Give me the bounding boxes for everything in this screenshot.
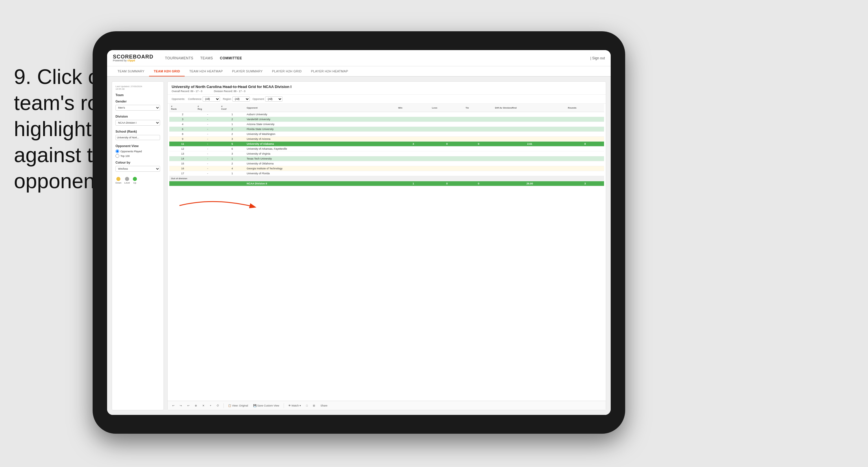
nav-teams[interactable]: TEAMS [200, 56, 213, 60]
table-row[interactable]: 2 - 1 Auburn University [169, 112, 604, 117]
colour-by-label: Colour by [116, 161, 160, 164]
table-row[interactable]: 13-3 University of Virginia [169, 151, 604, 156]
toolbar-remove[interactable]: ✕ [200, 403, 206, 408]
subnav-player-h2h-grid[interactable]: PLAYER H2H GRID [268, 66, 307, 77]
out-of-div-win: 1 [397, 181, 430, 186]
conference-select[interactable]: (All) [203, 96, 220, 101]
table-row[interactable]: 9-3 University of Arizona [169, 137, 604, 142]
cell-opponent: University of Arkansas, Fayetteville [245, 146, 397, 151]
table-row[interactable]: 14-1 Texas Tech University [169, 156, 604, 161]
school-input[interactable] [116, 135, 160, 140]
cell-opponent: University of Washington [245, 132, 397, 137]
cell-opponent: University of Virginia [245, 151, 397, 156]
tablet-device: SCOREBOARD Powered by clippd TOURNAMENTS… [93, 31, 625, 434]
logo: SCOREBOARD Powered by clippd [113, 54, 153, 62]
gender-label: Gender [116, 99, 160, 103]
toolbar-add[interactable]: ⊕ [193, 403, 199, 408]
top-navigation: SCOREBOARD Powered by clippd TOURNAMENTS… [107, 50, 611, 66]
out-of-div-loss: 0 [430, 181, 464, 186]
out-of-division-row[interactable]: NCAA Division II 1 0 0 26.00 3 [169, 181, 604, 186]
tablet-screen: SCOREBOARD Powered by clippd TOURNAMENTS… [107, 50, 611, 415]
toolbar-redo[interactable]: ↪ [178, 403, 184, 408]
legend-dot-level [125, 177, 129, 181]
table-row[interactable]: 3-2 Vanderbilt University [169, 117, 604, 122]
school-label: School (Rank) [116, 130, 160, 133]
division-select[interactable]: NCAA Division I [116, 120, 160, 126]
cell-opponent: University of Oklahoma [245, 161, 397, 166]
legend: Down Level Up [116, 177, 160, 184]
conference-filter: Conference (All) [188, 96, 220, 101]
cell-loss [430, 112, 464, 117]
table-row[interactable]: 15-2 University of Oklahoma [169, 161, 604, 166]
toolbar-copy[interactable]: □ [305, 403, 309, 408]
cell-opponent: University of Florida [245, 171, 397, 176]
legend-label-down: Down [116, 181, 121, 184]
col-header-diff: Diff Av Strokes/Rnd [493, 104, 566, 112]
table-row[interactable]: 16-4 Georgia Institute of Technology [169, 166, 604, 171]
toolbar-undo[interactable]: ↩ [170, 403, 176, 408]
division-label: Division [116, 115, 160, 118]
col-header-rounds: Rounds [566, 104, 604, 112]
cell-diff [493, 112, 566, 117]
toolbar-back[interactable]: ↩ [186, 403, 191, 408]
table-body: 2 - 1 Auburn University [169, 112, 604, 186]
division-record: Division Record: 88 - 17 - 0 [214, 90, 245, 93]
grid-records: Overall Record: 89 - 17 - 0 Division Rec… [172, 90, 602, 93]
cell-opponent: Vanderbilt University [245, 117, 397, 122]
cell-win [397, 112, 430, 117]
gender-select[interactable]: Men's [116, 105, 160, 111]
toolbar-grid[interactable]: ⊞ [311, 403, 317, 408]
toolbar-plus[interactable]: + [208, 403, 213, 408]
toolbar-watch[interactable]: 👁 Watch ▾ [286, 403, 303, 408]
toolbar-view-original[interactable]: 📋 View: Original [226, 403, 250, 408]
table-row[interactable]: 6-2 Florida State University [169, 127, 604, 132]
table-row[interactable]: 12-6 University of Arkansas, Fayettevill… [169, 146, 604, 151]
toolbar-separator [223, 403, 224, 408]
table-row-selected[interactable]: 11-5 University of Alabama 3 0 0 2.61 8 [169, 142, 604, 146]
subnav-team-summary[interactable]: TEAM SUMMARY [113, 66, 149, 77]
legend-dot-up [133, 177, 137, 181]
toolbar-clock[interactable]: ⏱ [215, 403, 221, 408]
toolbar-separator-2 [284, 403, 284, 408]
table-row[interactable]: 17-1 University of Florida [169, 171, 604, 176]
legend-level: Level [124, 177, 130, 184]
cell-opponent: Georgia Institute of Technology [245, 166, 397, 171]
col-header-reg: #Reg [196, 104, 219, 112]
timestamp: Last Updated: 27/03/2024 16:55:38 [116, 85, 160, 90]
team-section-label: Team [116, 93, 160, 97]
grid-header: University of North Carolina Head-to-Hea… [167, 82, 606, 95]
subnav-team-h2h-heatmap[interactable]: TEAM H2H HEATMAP [185, 66, 227, 77]
col-header-tie: Tie [464, 104, 494, 112]
region-select[interactable]: (All) [232, 96, 250, 101]
table-row[interactable]: 8-2 University of Washington [169, 132, 604, 137]
subnav-team-h2h-grid[interactable]: TEAM H2H GRID [149, 66, 185, 77]
radio-opponents-played[interactable]: Opponents Played [116, 149, 160, 153]
table-row[interactable]: 4-1 Arizona State University [169, 122, 604, 127]
logo-subtitle: Powered by clippd [113, 59, 153, 62]
col-header-rank: #Rank [169, 104, 196, 112]
opponent-view-group: Opponents Played Top 100 [116, 149, 160, 158]
data-table-container: #Rank #Reg #Conf Opponent Win Loss Tie D… [167, 104, 606, 401]
nav-tournaments[interactable]: TOURNAMENTS [165, 56, 193, 60]
toolbar-share[interactable]: Share [319, 403, 329, 408]
left-panel: Last Updated: 27/03/2024 16:55:38 Team G… [112, 81, 164, 410]
subnav-player-h2h-heatmap[interactable]: PLAYER H2H HEATMAP [306, 66, 352, 77]
opponent-select[interactable]: (All) [265, 96, 282, 101]
legend-label-up: Up [133, 181, 136, 184]
cell-rounds [566, 112, 604, 117]
grid-title: University of North Carolina Head-to-Hea… [172, 85, 602, 89]
region-filter: Region (All) [223, 96, 250, 101]
main-content: Last Updated: 27/03/2024 16:55:38 Team G… [107, 77, 611, 415]
col-header-win: Win [397, 104, 430, 112]
bottom-toolbar: ↩ ↪ ↩ ⊕ ✕ + ⏱ 📋 View: Original 💾 Save Cu… [167, 401, 606, 410]
toolbar-save-custom[interactable]: 💾 Save Custom View [251, 403, 281, 408]
cell-opponent: Arizona State University [245, 122, 397, 127]
opponents-filter-label: Opponents: [172, 97, 185, 100]
radio-top100[interactable]: Top 100 [116, 154, 160, 158]
subnav-player-summary[interactable]: PLAYER SUMMARY [227, 66, 268, 77]
nav-committee[interactable]: COMMITTEE [220, 56, 242, 60]
sign-out-link[interactable]: | Sign out [590, 56, 605, 60]
grid-filters: Opponents: Conference (All) Region (All) [167, 95, 606, 104]
colour-by-select[interactable]: Win/loss [116, 166, 160, 172]
cell-opponent: University of Arizona [245, 137, 397, 142]
